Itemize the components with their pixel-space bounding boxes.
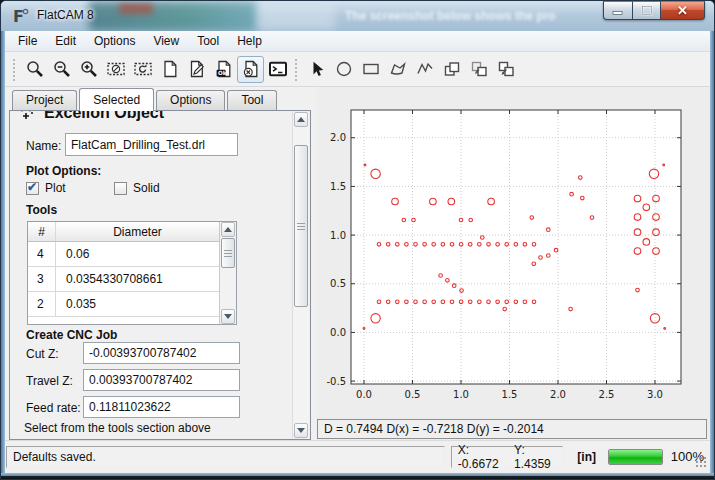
delete-object-icon <box>241 59 261 79</box>
draw-polyline-button[interactable] <box>411 56 438 83</box>
plot-canvas[interactable]: 0.00.51.01.52.02.53.0-0.50.00.51.01.52.0 <box>317 89 707 417</box>
cnc-section-title: Create CNC Job <box>26 328 117 342</box>
svg-text:0.5: 0.5 <box>330 278 346 289</box>
svg-text:1.5: 1.5 <box>330 181 346 192</box>
menu-help[interactable]: Help <box>228 32 271 50</box>
excellon-drill-icon <box>18 110 36 122</box>
svg-text:2.5: 2.5 <box>599 389 615 400</box>
replot-icon <box>133 59 153 79</box>
replot-button[interactable] <box>129 56 156 83</box>
clear-plot-button[interactable] <box>102 56 129 83</box>
table-row[interactable]: 4 0.06 <box>28 242 219 267</box>
client-area: File Edit Options View Tool Help <box>5 31 710 473</box>
tab-selected[interactable]: Selected <box>79 88 154 111</box>
close-button[interactable]: ✕ <box>661 1 705 20</box>
window-frame-bottom <box>1 473 714 479</box>
panel-scroll-up-button[interactable] <box>294 112 308 127</box>
zoom-fit-button[interactable] <box>21 56 48 83</box>
tab-tool[interactable]: Tool <box>227 90 277 110</box>
solid-checkbox[interactable] <box>114 182 127 195</box>
menu-file[interactable]: File <box>9 32 46 50</box>
arrow-up-icon <box>297 117 305 122</box>
plot-checkbox[interactable] <box>26 182 39 195</box>
clear-plot-icon <box>106 59 126 79</box>
maximize-button[interactable] <box>633 1 661 20</box>
select-tool-button[interactable] <box>303 56 330 83</box>
zoom-out-button[interactable] <box>48 56 75 83</box>
shell-button[interactable] <box>264 56 291 83</box>
save-object-icon: Ok <box>214 59 234 79</box>
table-row[interactable]: 2 0.035 <box>28 292 219 317</box>
arrow-down-icon <box>297 428 305 433</box>
svg-text:0.0: 0.0 <box>356 389 372 400</box>
new-file-button[interactable] <box>156 56 183 83</box>
svg-text:3.0: 3.0 <box>647 389 663 400</box>
panel-scroll-down-button[interactable] <box>294 423 308 438</box>
tab-options[interactable]: Options <box>156 90 225 110</box>
tools-label: Tools <box>26 203 57 217</box>
scroll-up-button[interactable] <box>221 222 235 237</box>
panel-scrollbar[interactable] <box>292 112 309 438</box>
tabbar: Project Selected Options Tool <box>9 87 311 110</box>
cutz-input[interactable] <box>83 342 240 364</box>
minimize-button[interactable] <box>603 1 633 20</box>
name-input[interactable] <box>65 133 238 156</box>
svg-text:F: F <box>13 7 24 26</box>
svg-text:-0.5: -0.5 <box>326 376 346 387</box>
delete-object-button[interactable] <box>237 56 264 83</box>
svg-text:1.0: 1.0 <box>453 389 469 400</box>
draw-polygon-button[interactable] <box>384 56 411 83</box>
travelz-label: Travel Z: <box>26 374 73 388</box>
draw-rectangle-button[interactable] <box>357 56 384 83</box>
new-file-icon <box>160 59 180 79</box>
col-diameter-header: Diameter <box>56 225 219 239</box>
selected-panel: Excellon Object Name: Plot Options: Plot… <box>9 110 311 440</box>
toolbar-drag-handle-2[interactable] <box>293 57 298 81</box>
titlebar[interactable]: The screenshot below shows the pro F Fla… <box>1 1 714 31</box>
table-scrollbar[interactable] <box>219 222 236 324</box>
left-dock: Project Selected Options Tool Excellon O… <box>5 87 311 440</box>
coord-y: Y: 1.4359 <box>514 443 556 471</box>
panel-scroll-thumb[interactable] <box>294 145 308 307</box>
arrow-down-icon <box>224 314 232 319</box>
table-row[interactable]: 3 0.0354330708661 <box>28 267 219 292</box>
scroll-down-button[interactable] <box>221 309 235 324</box>
tab-project[interactable]: Project <box>12 90 77 110</box>
name-label: Name: <box>26 139 61 153</box>
svg-text:0.5: 0.5 <box>405 389 421 400</box>
menu-options[interactable]: Options <box>85 32 144 50</box>
menu-edit[interactable]: Edit <box>46 32 85 50</box>
background-blob <box>89 1 257 31</box>
tools-table-header: # Diameter <box>28 222 219 242</box>
move-objects-button[interactable] <box>492 56 519 83</box>
tool-number: 4 <box>28 242 56 266</box>
menu-view[interactable]: View <box>144 32 188 50</box>
travelz-input[interactable] <box>83 369 240 391</box>
svg-text:2.0: 2.0 <box>550 389 566 400</box>
progress-bar <box>608 449 663 465</box>
move-objects-icon <box>496 59 516 79</box>
menu-tool[interactable]: Tool <box>188 32 228 50</box>
copy-geometry-button[interactable] <box>465 56 492 83</box>
tool-diameter: 0.035 <box>56 297 219 311</box>
zoom-in-button[interactable] <box>75 56 102 83</box>
resize-grip[interactable] <box>695 456 707 468</box>
save-object-button[interactable]: Ok <box>210 56 237 83</box>
window-title: FlatCAM 8 <box>37 8 94 22</box>
main-area: Project Selected Options Tool Excellon O… <box>5 87 710 440</box>
feedrate-label: Feed rate: <box>26 401 81 415</box>
edit-object-icon <box>187 59 207 79</box>
table-scroll-thumb[interactable] <box>221 238 235 268</box>
polyline-icon <box>415 59 435 79</box>
zoom-in-icon <box>79 59 99 79</box>
minimize-icon <box>612 6 624 16</box>
statusbar: Defaults saved. X: -0.6672 Y: 1.4359 [in… <box>5 440 710 472</box>
tools-hint-text: Select from the tools section above <box>24 421 211 435</box>
svg-text:1.5: 1.5 <box>502 389 518 400</box>
tool-diameter: 0.06 <box>56 247 219 261</box>
feedrate-input[interactable] <box>83 396 240 418</box>
draw-circle-button[interactable] <box>330 56 357 83</box>
copy-objects-button[interactable] <box>438 56 465 83</box>
edit-object-button[interactable] <box>183 56 210 83</box>
toolbar-drag-handle[interactable] <box>11 57 16 81</box>
